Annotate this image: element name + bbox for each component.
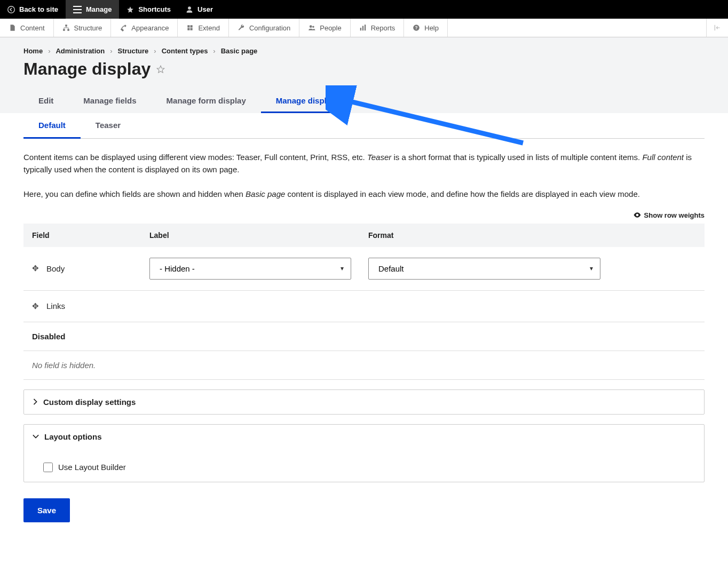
table-row-body: ✥ Body - Hidden - ▾ Default [23,247,705,291]
svg-rect-6 [360,28,361,30]
breadcrumb-sep: › [154,47,156,55]
user-label: User [197,5,213,13]
admin-people[interactable]: People [299,19,350,37]
eye-icon [634,212,641,218]
breadcrumb-basic-page[interactable]: Basic page [221,47,258,55]
manage-toggle[interactable]: Manage [66,0,119,19]
breadcrumb-sep: › [213,47,215,55]
body-label-select[interactable]: - Hidden - [149,258,351,280]
body-format-select[interactable]: Default [368,258,600,280]
admin-appearance[interactable]: Appearance [111,19,178,37]
svg-rect-8 [365,25,366,30]
content-icon [9,24,16,31]
svg-rect-2 [63,29,65,31]
back-to-site-link[interactable]: Back to site [0,0,66,19]
tab-manage-display[interactable]: Manage display [261,90,351,113]
breadcrumb-content-types[interactable]: Content types [162,47,208,55]
shortcuts-label: Shortcuts [138,5,171,13]
secondary-tabs: Default Teaser [23,113,705,139]
admin-structure[interactable]: Structure [54,19,112,37]
svg-rect-1 [65,25,67,27]
star-outline-icon[interactable] [156,65,165,74]
user-link[interactable]: User [178,0,220,19]
disabled-heading: Disabled [23,322,705,351]
tab-manage-form-display[interactable]: Manage form display [152,90,261,113]
admin-extend[interactable]: Extend [178,19,228,37]
svg-point-0 [8,6,15,13]
breadcrumb-administration[interactable]: Administration [56,47,105,55]
chevron-right-icon [33,399,38,405]
breadcrumb-sep: › [48,47,50,55]
star-icon [126,6,134,13]
use-layout-builder-label: Use Layout Builder [58,463,126,472]
th-label: Label [141,224,360,247]
save-button[interactable]: Save [23,498,70,522]
admin-reports[interactable]: Reports [351,19,405,37]
header-region: Home › Administration › Structure › Cont… [0,37,728,113]
admin-help[interactable]: ? Help [404,19,448,37]
shortcuts-link[interactable]: Shortcuts [119,0,178,19]
tab-edit[interactable]: Edit [23,90,68,113]
table-row-links: ✥ Links [23,290,705,322]
orientation-toggle[interactable] [706,19,728,37]
breadcrumb: Home › Administration › Structure › Cont… [23,47,705,55]
breadcrumb-structure[interactable]: Structure [118,47,149,55]
primary-tabs: Edit Manage fields Manage form display M… [23,90,705,113]
wrench-icon [238,24,245,31]
svg-point-4 [310,25,312,28]
breadcrumb-sep: › [110,47,112,55]
layout-options-summary[interactable]: Layout options [24,425,704,449]
custom-display-settings-summary[interactable]: Custom display settings [24,390,704,414]
subtab-teaser[interactable]: Teaser [81,113,136,139]
back-arrow-icon [7,6,15,13]
drag-handle-icon[interactable]: ✥ [32,264,39,273]
hamburger-icon [73,6,82,13]
layout-options-details: Layout options Use Layout Builder [23,424,705,482]
field-name-body: Body [46,264,65,273]
page-title: Manage display [23,59,151,79]
th-field: Field [23,224,141,247]
drag-handle-icon[interactable]: ✥ [32,301,39,311]
breadcrumb-home[interactable]: Home [23,47,43,55]
show-row-weights-toggle[interactable]: Show row weights [23,211,705,219]
content: Default Teaser Content items can be disp… [0,113,728,544]
description-1: Content items can be displayed using dif… [23,152,705,176]
people-icon [308,24,315,31]
svg-rect-11 [715,25,715,31]
th-format: Format [360,224,705,247]
fields-table: Field Label Format ✥ Body - Hidden - [23,224,705,322]
chevron-down-icon [33,434,39,439]
admin-menu: Content Structure Appearance Extend Conf… [0,19,728,37]
svg-rect-7 [362,26,363,31]
description-2: Here, you can define which fields are sh… [23,188,705,201]
structure-icon [62,24,70,31]
custom-display-settings-details: Custom display settings [23,389,705,415]
manage-label: Manage [86,5,112,13]
admin-configuration[interactable]: Configuration [229,19,299,37]
use-layout-builder-checkbox[interactable] [43,463,53,472]
reports-icon [359,24,367,31]
field-name-links: Links [46,301,65,311]
svg-point-5 [312,26,314,28]
no-hidden-message: No field is hidden. [23,351,705,380]
svg-rect-3 [67,29,69,31]
back-to-site-label: Back to site [19,5,58,13]
tab-manage-fields[interactable]: Manage fields [68,90,151,113]
subtab-default[interactable]: Default [23,113,81,139]
admin-content[interactable]: Content [0,19,54,37]
collapse-icon [713,24,722,31]
toolbar: Back to site Manage Shortcuts User [0,0,728,19]
help-icon: ? [413,24,420,31]
use-layout-builder-row[interactable]: Use Layout Builder [43,463,695,472]
user-icon [186,6,193,13]
svg-text:?: ? [415,26,418,30]
appearance-icon [120,24,127,31]
extend-icon [186,24,194,31]
